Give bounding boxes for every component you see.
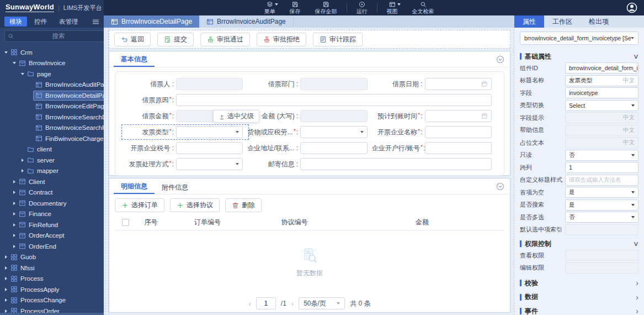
inspector-tab[interactable]: 检出项	[581, 15, 617, 28]
tree-item[interactable]: Client	[0, 176, 104, 187]
property-input[interactable]: 1	[565, 162, 638, 173]
sidebar-tab[interactable]: 模块	[4, 17, 27, 27]
chevron-down-icon[interactable]: ∨	[633, 240, 639, 247]
caret-right-icon[interactable]	[3, 277, 8, 280]
tree-item[interactable]: BrrowInvoiceSearchPage	[0, 123, 104, 134]
caret-right-icon[interactable]	[12, 234, 17, 237]
caret-right-icon[interactable]	[12, 245, 17, 248]
action-button[interactable]: 审批拒绝	[257, 33, 306, 46]
inspector-tab[interactable]: 工作区	[544, 15, 581, 28]
tree-item[interactable]: ProcessApply	[0, 284, 104, 295]
sidebar-tab[interactable]: 控件	[29, 17, 52, 27]
tab-basic-info[interactable]: 基本信息	[114, 51, 155, 67]
chevron-down-icon[interactable]: ∨	[633, 53, 639, 60]
tree-item[interactable]: OrderEnd	[0, 241, 104, 252]
tree-search-input[interactable]	[16, 33, 101, 39]
tree-item[interactable]: Contract	[0, 187, 104, 198]
property-input[interactable]: invoicetype	[565, 87, 638, 98]
caret-right-icon[interactable]	[12, 223, 17, 227]
tree-item[interactable]: BrrowInvoiceSearchDealPage	[0, 112, 104, 123]
caret-right-icon[interactable]	[3, 255, 8, 259]
property-select[interactable]: 是	[565, 187, 638, 198]
tree-item[interactable]: BrrowInvoiceEditPage	[0, 101, 104, 112]
collapse-panel-icon[interactable]	[496, 182, 504, 191]
tree-item[interactable]: page	[0, 69, 104, 80]
field-input[interactable]	[425, 126, 492, 138]
chevron-right-icon[interactable]: ›	[636, 293, 638, 301]
section-header[interactable]: 校验›	[520, 278, 638, 288]
tree-item[interactable]: ProcessChange	[0, 295, 104, 306]
caret-down-icon[interactable]	[3, 51, 8, 54]
field-date-input[interactable]	[425, 110, 492, 122]
tree-item[interactable]: Nfssi	[0, 262, 104, 274]
tree-item[interactable]: Crm	[0, 47, 104, 58]
editor-tab[interactable]: BrrowInvoiceAuditPage	[199, 15, 294, 28]
topbar-menu-item[interactable]: 保存全部	[308, 1, 344, 14]
detail-action-button[interactable]: 删除	[225, 198, 262, 212]
topbar-menu-item[interactable]: 菜单	[257, 1, 283, 14]
detail-tab[interactable]: 明细信息	[114, 179, 155, 194]
tree-item[interactable]: mapper	[0, 166, 104, 177]
tree-item[interactable]: BrrowInvoiceAuditPage	[0, 80, 104, 91]
property-select[interactable]: 是	[565, 200, 638, 211]
topbar-menu-item[interactable]: 视图	[380, 1, 405, 14]
chevron-right-icon[interactable]: ›	[636, 307, 638, 315]
field-input[interactable]	[176, 94, 492, 106]
field-input[interactable]	[300, 158, 492, 170]
property-select[interactable]: 否	[565, 212, 638, 223]
caret-right-icon[interactable]	[20, 159, 25, 162]
inspector-tab[interactable]: 属性	[514, 15, 544, 28]
caret-down-icon[interactable]	[20, 73, 25, 75]
tree-item[interactable]: ProcessOrder	[0, 306, 104, 313]
caret-right-icon[interactable]	[12, 191, 17, 194]
topbar-menu-item[interactable]: 保存	[283, 1, 308, 14]
field-select[interactable]	[176, 126, 243, 138]
tree-item[interactable]: Guob	[0, 252, 104, 263]
topbar-menu-item[interactable]: 运行	[349, 1, 375, 14]
property-input[interactable]: 请双击或输入方法名	[565, 175, 638, 186]
chevron-right-icon[interactable]: ›	[636, 279, 638, 287]
detail-tab[interactable]: 附件信息	[155, 180, 195, 194]
tree-item[interactable]: BrrowInvoice	[0, 58, 104, 69]
caret-right-icon[interactable]	[12, 180, 17, 183]
tree-item[interactable]: FinRefund	[0, 219, 104, 230]
tree-item[interactable]: Documentary	[0, 198, 104, 209]
field-input[interactable]	[300, 142, 367, 154]
user-avatar[interactable]	[626, 2, 637, 13]
prev-page-button[interactable]: ‹	[248, 300, 251, 307]
field-input[interactable]	[425, 142, 492, 154]
sidebar-tab[interactable]: 表管理	[54, 17, 83, 27]
caret-right-icon[interactable]	[3, 288, 8, 291]
tree-item[interactable]: FinBwinvoiceChargeDetailPage	[0, 133, 104, 144]
property-input[interactable]: 发票类型中文	[565, 75, 638, 86]
section-header[interactable]: 基础属性∨	[520, 51, 638, 62]
field-select[interactable]	[176, 158, 243, 170]
caret-right-icon[interactable]	[20, 169, 25, 172]
select-parent-tooltip[interactable]: 选中父级	[213, 110, 259, 123]
field-select[interactable]	[300, 126, 367, 138]
property-input[interactable]: brrowinvoice_detail_form_invoic	[565, 62, 638, 74]
detail-action-button[interactable]: 选择订单	[115, 198, 164, 212]
property-select[interactable]: Select	[565, 100, 638, 111]
detail-action-button[interactable]: 选择协议	[170, 198, 220, 212]
caret-right-icon[interactable]	[3, 298, 8, 302]
action-button[interactable]: 审计跟踪	[313, 33, 363, 46]
tree-item[interactable]: OrderAccept	[0, 230, 104, 242]
caret-right-icon[interactable]	[3, 309, 8, 313]
page-number-input[interactable]	[256, 297, 276, 309]
tree-item[interactable]: Process	[0, 274, 104, 285]
property-select[interactable]: 否	[565, 150, 638, 161]
section-header[interactable]: 权限控制∨	[520, 238, 638, 249]
select-all-checkbox[interactable]	[122, 219, 129, 226]
section-header[interactable]: 事件›	[520, 306, 638, 315]
hamburger-menu-icon[interactable]	[92, 18, 99, 25]
tree-item[interactable]: Finance	[0, 209, 104, 220]
component-selector[interactable]: brrowinvoice_detail_form_invoicetype [Se…	[520, 32, 638, 45]
page-size-select[interactable]: 50条/页	[299, 297, 345, 309]
editor-tab[interactable]: BrrowInvoiceDetailPage	[104, 15, 199, 28]
topbar-menu-item[interactable]: 全文检索	[405, 1, 441, 14]
action-button[interactable]: 审批通过	[200, 33, 250, 46]
action-button[interactable]: 提交	[157, 33, 194, 46]
caret-down-icon[interactable]	[12, 62, 17, 64]
tree-item[interactable]: BrrowInvoiceDetailPage	[0, 90, 104, 101]
